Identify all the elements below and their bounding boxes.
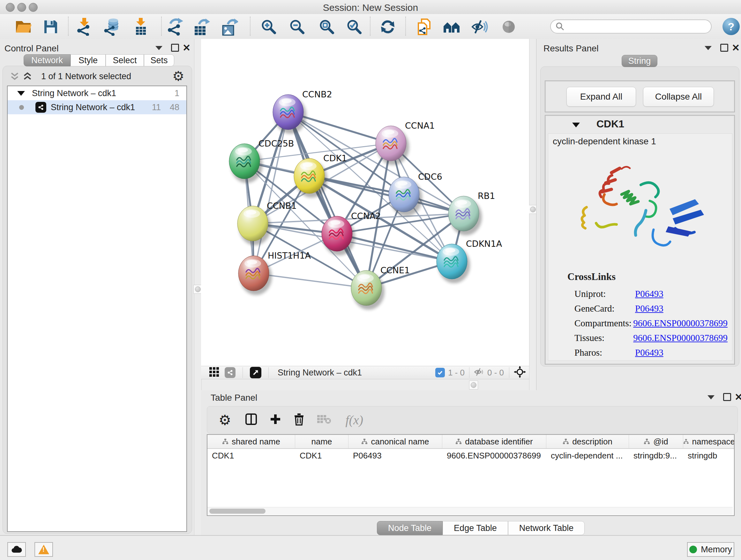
network-canvas[interactable]: CCNB2CCNA1CDC25BCDK1CDC6RB1CCNB1CCNA2CDK… [201, 39, 529, 366]
tab-node-table[interactable]: Node Table [377, 521, 443, 535]
column-header[interactable]: namespace [683, 435, 735, 448]
hidden-eye-slash-icon[interactable] [474, 368, 485, 378]
select-columns-icon[interactable] [245, 413, 257, 427]
collapse-all-icon[interactable] [10, 72, 20, 82]
column-header[interactable]: @id [629, 435, 683, 448]
network-node-CCNB2[interactable] [273, 95, 304, 130]
network-node-CDC6[interactable] [389, 177, 419, 212]
table-settings-gear-icon[interactable]: ⚙ [219, 412, 231, 428]
tab-network[interactable]: Network [23, 54, 71, 66]
tab-sets[interactable]: Sets [144, 54, 174, 66]
table-cell[interactable]: 9606.ENSP00000378699 [442, 449, 546, 462]
panel-close-icon[interactable]: ✕ [735, 392, 741, 402]
gray-orb-icon [501, 19, 517, 35]
expand-all-icon[interactable] [22, 72, 33, 82]
function-builder-icon[interactable]: f(x) [345, 413, 363, 428]
network-node-CCNB1[interactable] [238, 206, 268, 241]
string-badge-icon[interactable] [225, 367, 235, 378]
show-details-button[interactable] [443, 18, 461, 36]
duplicate-network-button[interactable] [415, 18, 433, 36]
toggle-view-button[interactable] [500, 18, 518, 36]
zoom-selected-button[interactable] [345, 18, 363, 36]
export-network-button[interactable] [166, 18, 185, 36]
export-image-button[interactable] [221, 18, 239, 36]
import-network-database-button[interactable] [104, 18, 122, 36]
table-row[interactable]: CDK1CDK1P064939606.ENSP00000378699cyclin… [207, 449, 734, 462]
network-node-CCNA2[interactable] [322, 216, 352, 251]
table-cell[interactable]: stringdb [683, 449, 735, 462]
crosslink-link[interactable]: P06493 [635, 348, 664, 358]
cloud-status-button[interactable] [7, 542, 26, 557]
panel-close-icon[interactable]: ✕ [183, 43, 191, 53]
expand-all-button[interactable]: Expand All [566, 87, 636, 107]
help-button[interactable]: ? [723, 18, 740, 35]
table-cell[interactable]: stringdb:9... [629, 449, 683, 462]
panel-float-icon[interactable] [723, 393, 731, 401]
export-table-button[interactable] [193, 18, 211, 36]
crosslink-link[interactable]: 9606.ENSP00000378699 [633, 318, 728, 328]
network-edge[interactable] [254, 112, 288, 273]
hide-details-button[interactable] [471, 18, 488, 36]
column-header[interactable]: description [546, 435, 629, 448]
table-cell[interactable]: CDK1 [207, 449, 295, 462]
gear-icon[interactable]: ⚙ [172, 68, 185, 84]
panel-float-icon[interactable] [171, 44, 179, 52]
protein-collapse-icon[interactable] [572, 123, 580, 127]
open-in-window-icon[interactable] [250, 367, 261, 378]
table-cell[interactable]: cyclin-dependent ... [546, 449, 629, 462]
bottom-splitter-handle[interactable] [469, 381, 478, 389]
network-node-CDKN1A[interactable] [436, 244, 467, 279]
column-header[interactable]: database identifier [442, 435, 546, 448]
table-cell[interactable]: P06493 [348, 449, 442, 462]
collection-caret-icon[interactable] [17, 91, 25, 96]
network-node-CCNA1[interactable] [376, 126, 406, 161]
tab-select[interactable]: Select [106, 54, 144, 66]
network-edge[interactable] [288, 112, 366, 288]
network-collection-row[interactable]: String Network – cdk1 1 [8, 86, 186, 100]
zoom-fit-button[interactable] [318, 18, 336, 36]
warning-status-button[interactable] [35, 542, 53, 557]
fit-selected-icon[interactable] [514, 366, 526, 379]
network-node-CDK1[interactable] [294, 159, 325, 193]
crosslinks-list: Uniprot:P06493GeneCard:P06493Compartment… [575, 287, 728, 360]
panel-menu-icon[interactable] [155, 46, 162, 50]
add-column-icon[interactable] [270, 414, 281, 426]
open-session-button[interactable] [15, 18, 32, 36]
search-input[interactable] [565, 21, 700, 32]
birdseye-icon[interactable] [209, 367, 219, 378]
left-splitter[interactable] [194, 39, 202, 535]
column-header[interactable]: shared name [207, 435, 295, 448]
save-session-button[interactable] [42, 18, 60, 36]
network-row[interactable]: String Network – cdk1 11 48 [8, 100, 186, 114]
panel-menu-icon[interactable] [708, 395, 715, 399]
collapse-all-button[interactable]: Collapse All [643, 87, 714, 107]
network-node-HIST1H1A[interactable] [239, 256, 269, 291]
tab-string[interactable]: String [622, 55, 657, 67]
crosslink-link[interactable]: 9606.ENSP00000378699 [633, 333, 728, 343]
import-table-file-button[interactable] [132, 18, 150, 36]
table-cell[interactable]: CDK1 [295, 449, 348, 462]
table-hscroll-thumb[interactable] [209, 509, 266, 514]
tab-edge-table[interactable]: Edge Table [443, 521, 508, 535]
network-node-RB1[interactable] [448, 196, 479, 231]
delete-table-icon[interactable] [317, 415, 331, 425]
apply-layout-button[interactable] [379, 18, 397, 36]
network-node-CDC25B[interactable] [229, 144, 260, 179]
zoom-out-button[interactable] [288, 18, 306, 36]
column-header[interactable]: name [295, 435, 348, 448]
panel-menu-icon[interactable] [704, 46, 712, 50]
tab-network-table[interactable]: Network Table [508, 521, 585, 535]
panel-close-icon[interactable]: ✕ [732, 43, 740, 53]
memory-button[interactable]: Memory [687, 542, 734, 557]
column-header[interactable]: canonical name [348, 435, 442, 448]
crosslink-link[interactable]: P06493 [635, 303, 664, 314]
network-node-CCNE1[interactable] [351, 270, 382, 306]
zoom-in-button[interactable] [260, 18, 278, 36]
crosslink-link[interactable]: P06493 [635, 289, 664, 299]
panel-float-icon[interactable] [720, 44, 728, 52]
import-network-file-button[interactable] [75, 18, 93, 36]
selected-checkbox-icon[interactable] [435, 368, 445, 377]
tab-style[interactable]: Style [71, 54, 106, 66]
table-hscrollbar[interactable] [207, 507, 733, 515]
delete-column-icon[interactable] [293, 413, 305, 427]
